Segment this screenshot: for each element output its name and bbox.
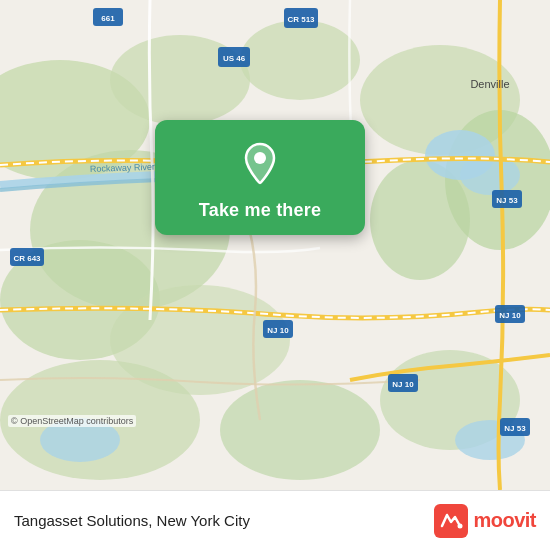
moovit-logo[interactable]: moovit xyxy=(434,504,536,538)
svg-text:NJ 10: NJ 10 xyxy=(392,380,414,389)
take-me-button-label: Take me there xyxy=(199,200,321,221)
bottom-bar: Tangasset Solutions, New York City moovi… xyxy=(0,490,550,550)
svg-point-39 xyxy=(458,523,463,528)
svg-text:CR 513: CR 513 xyxy=(287,15,315,24)
map-area: US 46 CR 513 661 NJ 10 NJ 10 NJ 10 NJ 53… xyxy=(0,0,550,490)
take-me-card[interactable]: Take me there xyxy=(155,120,365,235)
svg-text:CR 643: CR 643 xyxy=(13,254,41,263)
osm-attribution: © OpenStreetMap contributors xyxy=(8,415,136,427)
svg-point-3 xyxy=(240,20,360,100)
svg-text:Denville: Denville xyxy=(470,78,509,90)
location-pin-icon xyxy=(234,138,286,190)
svg-text:NJ 10: NJ 10 xyxy=(499,311,521,320)
moovit-text: moovit xyxy=(473,509,536,532)
svg-point-37 xyxy=(254,152,266,164)
svg-text:NJ 53: NJ 53 xyxy=(496,196,518,205)
svg-point-11 xyxy=(220,380,380,480)
svg-text:US 46: US 46 xyxy=(223,54,246,63)
svg-text:NJ 53: NJ 53 xyxy=(504,424,526,433)
svg-text:661: 661 xyxy=(101,14,115,23)
place-name: Tangasset Solutions, New York City xyxy=(14,512,250,529)
svg-text:NJ 10: NJ 10 xyxy=(267,326,289,335)
moovit-icon xyxy=(434,504,468,538)
